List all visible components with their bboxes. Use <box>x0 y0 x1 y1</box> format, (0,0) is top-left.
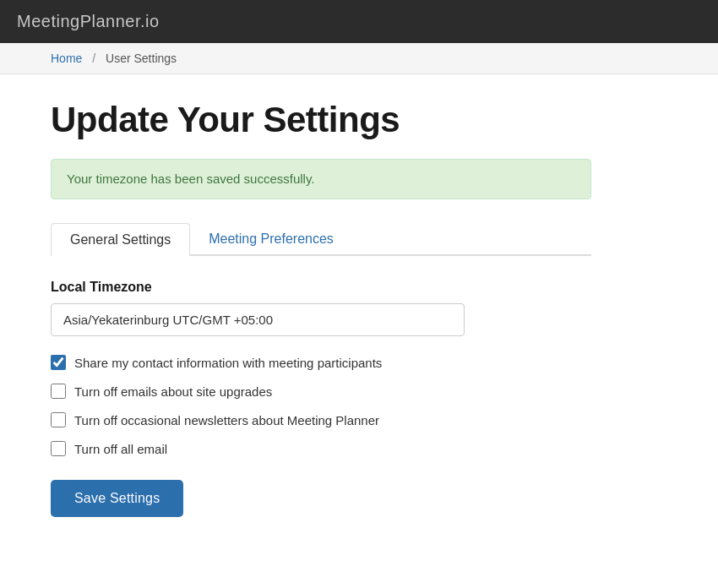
checkbox-group: Share my contact information with meetin… <box>51 355 465 456</box>
checkbox-no-email[interactable] <box>51 441 66 456</box>
tabs-container: General Settings Meeting Preferences <box>51 223 591 256</box>
page-title: Update Your Settings <box>51 100 591 140</box>
top-navigation: MeetingPlanner.io <box>0 0 718 43</box>
main-content: Update Your Settings Your timezone has b… <box>0 74 642 559</box>
settings-form: Local Timezone Asia/Yekaterinburg UTC/GM… <box>51 280 465 517</box>
checkbox-no-upgrade-emails[interactable] <box>51 384 66 399</box>
checkbox-item-no-email[interactable]: Turn off all email <box>51 441 465 456</box>
breadcrumb-home-link[interactable]: Home <box>51 52 82 65</box>
timezone-label: Local Timezone <box>51 280 465 295</box>
checkbox-label-no-email: Turn off all email <box>74 442 167 456</box>
checkbox-share-contact[interactable] <box>51 355 66 370</box>
timezone-value: Asia/Yekaterinburg UTC/GMT +05:00 <box>51 303 465 336</box>
tab-meeting-preferences[interactable]: Meeting Preferences <box>190 223 352 256</box>
breadcrumb-current: User Settings <box>106 52 177 65</box>
checkbox-label-no-newsletters: Turn off occasional newsletters about Me… <box>74 413 379 427</box>
save-settings-button[interactable]: Save Settings <box>51 480 183 517</box>
checkbox-no-newsletters[interactable] <box>51 412 66 427</box>
checkbox-item-share-contact[interactable]: Share my contact information with meetin… <box>51 355 465 370</box>
tab-general-settings[interactable]: General Settings <box>51 223 190 256</box>
breadcrumb-bar: Home / User Settings <box>0 43 718 74</box>
checkbox-label-no-upgrade-emails: Turn off emails about site upgrades <box>74 384 272 399</box>
app-title: MeetingPlanner.io <box>17 12 160 30</box>
checkbox-item-no-upgrade-emails[interactable]: Turn off emails about site upgrades <box>51 384 465 399</box>
checkbox-label-share-contact: Share my contact information with meetin… <box>74 356 382 370</box>
success-message: Your timezone has been saved successfull… <box>67 172 315 186</box>
success-banner: Your timezone has been saved successfull… <box>51 159 591 199</box>
breadcrumb: Home / User Settings <box>51 52 667 65</box>
breadcrumb-separator: / <box>92 52 95 65</box>
checkbox-item-no-newsletters[interactable]: Turn off occasional newsletters about Me… <box>51 412 465 427</box>
